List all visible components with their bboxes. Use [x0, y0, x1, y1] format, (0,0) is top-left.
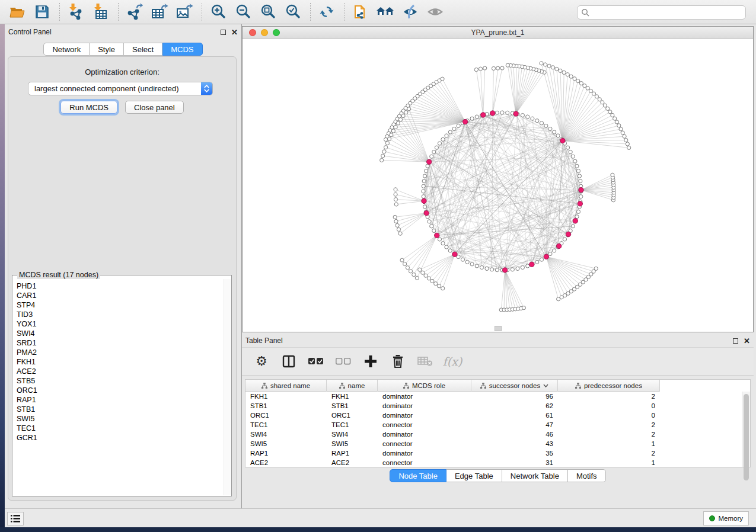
- cell: 35: [471, 450, 558, 457]
- optimization-criterion-select[interactable]: largest connected component (undirected): [28, 82, 213, 95]
- mcds-result-item[interactable]: FKH1: [17, 357, 224, 367]
- toolbar-separator: [59, 3, 60, 21]
- mcds-result-item[interactable]: CAR1: [17, 291, 224, 300]
- network-view-window: YPA_prune.txt_1: [242, 26, 754, 332]
- mcds-result-item[interactable]: SRD1: [17, 338, 224, 348]
- cell: connector: [378, 459, 471, 466]
- table-panel: Table Panel ✕ ⚙: [242, 333, 754, 508]
- table-row-ACE2[interactable]: ACE2ACE2connector311: [245, 458, 742, 467]
- control-panel: Control Panel ✕ NetworkStyleSelectMCDS O…: [5, 24, 242, 508]
- status-bar: Memory: [5, 508, 756, 527]
- delete-column-icon[interactable]: [390, 354, 406, 369]
- mcds-result-item[interactable]: STP4: [17, 300, 224, 310]
- selected-criterion: largest connected component (undirected): [28, 84, 201, 93]
- tab-style[interactable]: Style: [90, 43, 124, 56]
- scrollbar-thumb[interactable]: [744, 394, 749, 480]
- table-settings-icon[interactable]: ⚙: [254, 354, 269, 369]
- table-row-TEC1[interactable]: TEC1TEC1connector472: [245, 420, 742, 430]
- cell: 62: [471, 402, 558, 409]
- mcds-result-item[interactable]: GCR1: [17, 433, 224, 443]
- deselect-all-icon[interactable]: [336, 354, 351, 369]
- zoom-fit-icon[interactable]: [258, 2, 278, 21]
- network-window-titlebar[interactable]: YPA_prune.txt_1: [243, 27, 753, 39]
- zoom-out-icon[interactable]: [233, 2, 253, 21]
- table-row-FKH1[interactable]: FKH1FKH1dominator962: [245, 392, 742, 401]
- mcds-result-item[interactable]: YOX1: [17, 319, 224, 329]
- column-header-name[interactable]: name: [327, 380, 378, 392]
- network-graph[interactable]: [243, 39, 753, 332]
- column-header-predecessor-nodes[interactable]: predecessor nodes: [558, 380, 660, 392]
- table-row-ORC1[interactable]: ORC1ORC1dominator610: [245, 411, 742, 420]
- mcds-result-item[interactable]: SWI5: [17, 414, 224, 424]
- mcds-result-item[interactable]: TEC1: [17, 424, 224, 433]
- mcds-result-item[interactable]: ORC1: [17, 386, 224, 395]
- tab-node-table[interactable]: Node Table: [390, 469, 446, 482]
- zoom-in-icon[interactable]: [208, 2, 228, 21]
- cell: SWI4: [245, 431, 327, 438]
- add-column-icon[interactable]: [363, 354, 378, 369]
- memory-button[interactable]: Memory: [703, 511, 749, 525]
- cell: 47: [471, 421, 558, 428]
- table-row-RAP1[interactable]: RAP1RAP1dominator352: [245, 448, 742, 458]
- open-session-icon[interactable]: [7, 2, 27, 21]
- tab-network-table[interactable]: Network Table: [502, 469, 568, 482]
- table-vertical-scrollbar[interactable]: [742, 392, 750, 467]
- function-builder-icon[interactable]: f(x): [445, 354, 460, 369]
- close-panel-icon[interactable]: ✕: [231, 30, 238, 35]
- tab-motifs[interactable]: Motifs: [568, 469, 606, 482]
- mcds-result-item[interactable]: ACE2: [17, 367, 224, 376]
- share-document-icon[interactable]: [350, 2, 371, 21]
- mcds-result-list[interactable]: PHD1CAR1STP4TID3YOX1SWI4SRD1PMA2FKH1ACE2…: [13, 279, 224, 495]
- table-row-SWI5[interactable]: SWI5SWI5connector431: [245, 439, 742, 448]
- tab-network[interactable]: Network: [43, 43, 90, 56]
- mcds-result-item[interactable]: PHD1: [17, 281, 224, 291]
- select-all-icon[interactable]: [308, 354, 324, 369]
- float-window-icon[interactable]: [221, 30, 226, 35]
- list-icon: [11, 515, 20, 523]
- mcds-result-item[interactable]: TID3: [17, 310, 224, 319]
- delete-table-icon[interactable]: [417, 354, 433, 369]
- task-history-button[interactable]: [7, 512, 24, 525]
- mcds-result-item[interactable]: RAP1: [17, 395, 224, 405]
- mcds-list-scrollbar[interactable]: [224, 279, 231, 495]
- column-header-shared-name[interactable]: shared name: [245, 380, 327, 392]
- table-row-SWI4[interactable]: SWI4SWI4dominator462: [245, 430, 742, 439]
- tab-mcds[interactable]: MCDS: [162, 43, 202, 56]
- zoom-selected-icon[interactable]: [283, 2, 303, 21]
- import-network-icon[interactable]: [66, 2, 86, 21]
- mcds-result-item[interactable]: STB5: [17, 376, 224, 386]
- close-panel-icon[interactable]: ✕: [744, 338, 750, 344]
- mcds-result-item[interactable]: STB1: [17, 405, 224, 414]
- column-header-MCDS-role[interactable]: MCDS role: [378, 380, 471, 392]
- network-canvas[interactable]: [243, 39, 753, 332]
- cell: 0: [558, 402, 660, 409]
- control-panel-title: Control Panel: [8, 28, 221, 36]
- export-table-icon[interactable]: [149, 2, 170, 21]
- table-row-STB1[interactable]: STB1STB1dominator620: [245, 401, 742, 411]
- cell: STB1: [245, 402, 327, 409]
- show-columns-icon[interactable]: [281, 354, 296, 369]
- search-field[interactable]: [577, 5, 746, 20]
- close-panel-button[interactable]: Close panel: [125, 101, 184, 114]
- toolbar-separator: [310, 3, 311, 21]
- import-table-icon[interactable]: [91, 2, 111, 21]
- search-input[interactable]: [592, 8, 742, 17]
- hide-elements-icon[interactable]: [400, 2, 420, 21]
- save-session-icon[interactable]: [32, 2, 52, 21]
- mcds-result-item[interactable]: PMA2: [17, 348, 224, 357]
- export-network-icon[interactable]: [125, 2, 145, 21]
- tab-edge-table[interactable]: Edge Table: [446, 469, 502, 482]
- tab-select[interactable]: Select: [124, 43, 162, 56]
- splitter-handle[interactable]: [495, 326, 502, 331]
- application-window: Control Panel ✕ NetworkStyleSelectMCDS O…: [0, 0, 756, 532]
- cell: ACE2: [327, 459, 378, 466]
- refresh-icon[interactable]: [317, 2, 337, 21]
- export-image-icon[interactable]: [174, 2, 194, 21]
- table-panel-tabs: Node TableEdge TableNetwork TableMotifs: [242, 469, 754, 482]
- column-header-successor-nodes[interactable]: successor nodes: [471, 380, 558, 392]
- float-window-icon[interactable]: [733, 338, 738, 344]
- show-elements-icon[interactable]: [425, 2, 445, 21]
- mcds-result-item[interactable]: SWI4: [17, 329, 224, 338]
- run-mcds-button[interactable]: Run MCDS: [60, 101, 117, 114]
- home-hierarchy-icon[interactable]: [375, 2, 395, 21]
